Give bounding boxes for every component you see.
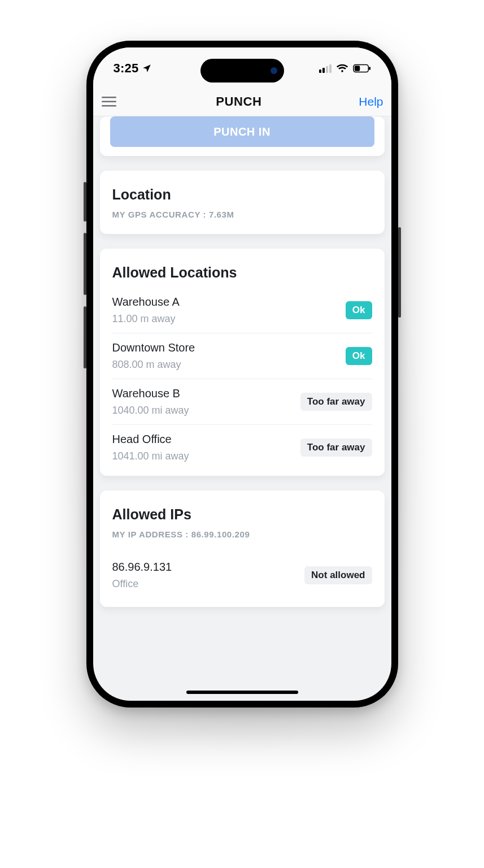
location-name: Warehouse B	[112, 387, 189, 400]
ip-address: 86.96.9.131	[112, 561, 172, 574]
location-name: Warehouse A	[112, 296, 180, 309]
battery-icon	[353, 64, 371, 73]
location-row[interactable]: Head Office1041.00 mi awayToo far away	[112, 425, 372, 470]
island-camera-dot	[271, 67, 277, 74]
menu-button[interactable]	[99, 92, 119, 112]
svg-rect-3	[102, 97, 116, 98]
location-status-badge: Too far away	[300, 393, 372, 411]
allowed-ips-title: Allowed IPs	[112, 506, 372, 523]
location-name: Downtown Store	[112, 341, 195, 354]
location-row-meta: Warehouse A11.00 m away	[112, 296, 180, 325]
location-row[interactable]: Warehouse B1040.00 mi awayToo far away	[112, 379, 372, 425]
location-arrow-icon	[142, 63, 152, 73]
page-stage: 3:25	[0, 0, 484, 868]
svg-rect-2	[369, 67, 370, 70]
help-button[interactable]: Help	[359, 95, 385, 108]
location-row-meta: Head Office1041.00 mi away	[112, 433, 189, 462]
allowed-locations-title: Allowed Locations	[112, 264, 372, 281]
allowed-locations-card: Allowed Locations Warehouse A11.00 m awa…	[100, 249, 385, 476]
svg-rect-4	[102, 101, 116, 102]
location-card-title: Location	[112, 186, 372, 203]
ip-label: Office	[112, 578, 172, 590]
location-name: Head Office	[112, 433, 189, 446]
home-indicator[interactable]	[186, 691, 298, 694]
punch-card: PUNCH IN	[100, 116, 385, 156]
cellular-signal-icon	[319, 64, 332, 73]
location-status-badge: Too far away	[300, 439, 372, 457]
allowed-ips-list: 86.96.9.131OfficeNot allowed	[112, 561, 372, 590]
location-card: Location MY GPS ACCURACY : 7.63M	[100, 171, 385, 234]
phone-power-button	[398, 227, 401, 318]
allowed-locations-list: Warehouse A11.00 m awayOkDowntown Store8…	[112, 288, 372, 470]
location-distance: 1041.00 mi away	[112, 450, 189, 462]
status-time: 3:25	[114, 61, 139, 76]
hamburger-icon	[102, 97, 116, 107]
ip-row-meta: 86.96.9.131Office	[112, 561, 172, 590]
svg-rect-5	[102, 105, 116, 107]
location-status-badge: Ok	[346, 347, 372, 365]
punch-in-button[interactable]: PUNCH IN	[110, 116, 374, 147]
gps-accuracy-label: MY GPS ACCURACY : 7.63M	[112, 210, 372, 219]
ip-status-badge: Not allowed	[304, 566, 372, 584]
ip-row[interactable]: 86.96.9.131OfficeNot allowed	[112, 561, 372, 590]
location-row-meta: Warehouse B1040.00 mi away	[112, 387, 189, 416]
status-time-group: 3:25	[114, 61, 152, 76]
status-icons	[319, 64, 371, 73]
nav-title: PUNCH	[119, 94, 359, 109]
phone-frame: 3:25	[86, 41, 398, 708]
phone-side-button	[84, 182, 86, 222]
screen: 3:25	[93, 47, 391, 701]
phone-side-button	[84, 306, 86, 368]
phone-side-button	[84, 233, 86, 295]
location-row[interactable]: Warehouse A11.00 m awayOk	[112, 288, 372, 333]
nav-bar: PUNCH Help	[93, 87, 391, 116]
wifi-icon	[336, 64, 348, 73]
scroll-content[interactable]: PUNCH IN Location MY GPS ACCURACY : 7.63…	[93, 116, 391, 701]
allowed-ips-card: Allowed IPs MY IP ADDRESS : 86.99.100.20…	[100, 491, 385, 607]
dynamic-island	[200, 59, 284, 83]
location-distance: 1040.00 mi away	[112, 405, 189, 416]
location-row[interactable]: Downtown Store808.00 m awayOk	[112, 333, 372, 379]
location-row-meta: Downtown Store808.00 m away	[112, 341, 195, 371]
location-distance: 11.00 m away	[112, 313, 180, 325]
location-status-badge: Ok	[346, 301, 372, 319]
location-distance: 808.00 m away	[112, 359, 195, 371]
svg-rect-1	[354, 66, 359, 71]
my-ip-label: MY IP ADDRESS : 86.99.100.209	[112, 530, 372, 539]
